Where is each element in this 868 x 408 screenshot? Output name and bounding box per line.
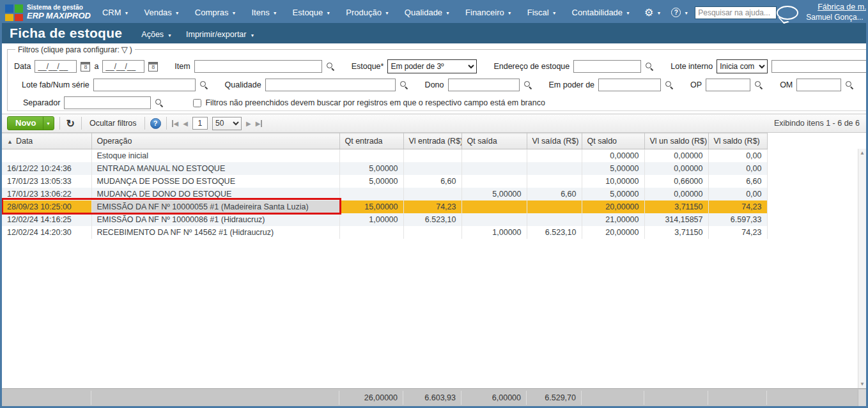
op-input[interactable]	[706, 79, 750, 91]
chat-icon[interactable]	[777, 6, 798, 20]
grid-cell[interactable]: 5,00000	[582, 162, 644, 175]
column-header-vl-entrada-r-[interactable]: Vl entrada (R$)	[403, 133, 461, 149]
user-menu[interactable]: Samuel Gonça... ▼	[806, 13, 868, 22]
qualidade-input[interactable]	[265, 79, 396, 91]
refresh-icon[interactable]: ↻	[65, 117, 76, 130]
grid-cell[interactable]	[461, 213, 527, 226]
grid-cell[interactable]: 0,00	[708, 188, 767, 200]
em-poder-de-input[interactable]	[598, 79, 661, 91]
grid-cell[interactable]: 21,00000	[582, 213, 644, 226]
menu-item-itens[interactable]: Itens▼	[251, 8, 277, 17]
next-page-button[interactable]: ▶	[246, 120, 251, 127]
scroll-down-icon[interactable]: ▼	[860, 381, 865, 387]
menu-item-fiscal[interactable]: Fiscal▼	[527, 8, 557, 17]
grid-cell[interactable]: 5,00000	[339, 162, 403, 175]
grid-cell[interactable]: 6.523,10	[403, 213, 461, 226]
help-search-input[interactable]	[695, 6, 777, 19]
grid-cell[interactable]: 16/12/22 10:24:36	[2, 162, 91, 175]
calendar-icon[interactable]	[81, 62, 90, 72]
grid-cell[interactable]: 28/09/23 10:25:00	[2, 200, 91, 213]
grid-cell[interactable]: 6,60	[403, 175, 461, 188]
om-input[interactable]	[796, 79, 841, 91]
menu-item-crm[interactable]: CRM▼	[102, 8, 129, 17]
grid-cell[interactable]: 5,00000	[461, 188, 527, 200]
search-icon[interactable]	[754, 80, 763, 89]
column-header-vl-sa-da-r-[interactable]: Vl saída (R$)	[527, 133, 582, 149]
new-button[interactable]: Novo ▼	[7, 116, 54, 130]
grid-cell[interactable]: 74,23	[708, 226, 767, 239]
grid-cell[interactable]: 17/01/23 13:06:22	[2, 188, 91, 200]
column-header-qt-saldo[interactable]: Qt saldo	[582, 133, 644, 149]
page-size-select[interactable]: 50	[212, 117, 242, 130]
grid-cell[interactable]: 5,00000	[339, 175, 403, 188]
separador-input[interactable]	[64, 96, 151, 109]
help-icon[interactable]: ?	[150, 118, 161, 129]
grid-cell[interactable]: 6,60	[527, 188, 582, 200]
grid-cell[interactable]	[527, 162, 582, 175]
table-row[interactable]: 17/01/23 13:05:33MUDANÇA DE POSSE DO EST…	[2, 175, 767, 188]
grid-cell[interactable]	[403, 149, 461, 162]
date-from-input[interactable]	[35, 60, 77, 73]
grid-cell[interactable]	[527, 200, 582, 213]
grid-cell[interactable]: 6,60	[708, 175, 767, 188]
endereco-estoque-input[interactable]	[573, 60, 641, 73]
table-row[interactable]: 16/12/22 10:24:36ENTRADA MANUAL NO ESTOQ…	[2, 162, 767, 175]
grid-cell[interactable]: MUDANÇA DE POSSE DO ESTOQUE	[91, 175, 339, 188]
scroll-up-icon[interactable]: ▲	[860, 150, 865, 156]
grid-cell[interactable]	[527, 213, 582, 226]
grid-cell[interactable]: 3,71150	[644, 226, 708, 239]
grid-cell[interactable]: 0,00000	[644, 149, 708, 162]
search-icon[interactable]	[155, 98, 164, 107]
menu-item-contabilidade[interactable]: Contabilidade▼	[572, 8, 630, 17]
column-header-qt-entrada[interactable]: Qt entrada	[339, 133, 403, 149]
grid-cell[interactable]	[2, 149, 91, 162]
menu-item-financeiro[interactable]: Financeiro▼	[465, 8, 512, 17]
column-header-opera-o[interactable]: Operação	[91, 133, 339, 149]
grid-cell[interactable]	[339, 226, 403, 239]
search-icon[interactable]	[399, 80, 408, 89]
grid-cell[interactable]: 6.597,33	[708, 213, 767, 226]
grid-cell[interactable]	[403, 162, 461, 175]
grid-cell[interactable]: 74,23	[708, 200, 767, 213]
grid-cell[interactable]: 0,66000	[644, 175, 708, 188]
dono-input[interactable]	[448, 79, 520, 91]
menu-item-qualidade[interactable]: Qualidade▼	[405, 8, 450, 17]
grid-cell[interactable]: 0,00000	[644, 188, 708, 200]
lote-fab-input[interactable]	[93, 79, 196, 91]
grid-cell[interactable]	[461, 175, 527, 188]
estoque-select[interactable]: Em poder de 3º	[387, 59, 477, 73]
grid-cell[interactable]: RECEBIMENTO DA NF Nº 14562 #1 (Hidraucru…	[91, 226, 339, 239]
grid-cell[interactable]: 15,00000	[339, 200, 403, 213]
grid-cell[interactable]: 6.523,10	[527, 226, 582, 239]
grid-cell[interactable]	[461, 200, 527, 213]
grid-cell[interactable]: 0,00	[708, 149, 767, 162]
company-link[interactable]: Fábrica de m...	[806, 3, 868, 13]
date-to-input[interactable]	[102, 60, 144, 73]
maxiprod-logo-icon[interactable]	[5, 4, 23, 21]
grid-cell[interactable]	[527, 149, 582, 162]
grid-cell[interactable]: ENTRADA MANUAL NO ESTOQUE	[91, 162, 339, 175]
grid-cell[interactable]: 314,15857	[644, 213, 708, 226]
grid-cell[interactable]	[461, 162, 527, 175]
grid-cell[interactable]	[339, 149, 403, 162]
table-row[interactable]: 17/01/23 13:06:22MUDANÇA DE DONO DO ESTO…	[2, 188, 767, 200]
prev-page-button[interactable]: ◀	[183, 120, 188, 127]
imprimir-exportar-menu[interactable]: Imprimir/exportar ▼	[186, 30, 254, 39]
menu-item-producao[interactable]: Produção▼	[346, 8, 389, 17]
lote-interno-mode-select[interactable]: Inicia com	[717, 59, 768, 73]
grid-cell[interactable]	[461, 149, 527, 162]
grid-cell[interactable]: 3,71150	[644, 200, 708, 213]
lote-interno-input[interactable]	[771, 60, 868, 73]
funnel-icon[interactable]: ▽	[121, 45, 128, 54]
grid-cell[interactable]	[339, 188, 403, 200]
table-row[interactable]: 12/02/24 14:16:25EMISSÃO DA NF Nº 100000…	[2, 213, 767, 226]
grid-cell[interactable]: 0,00	[708, 162, 767, 175]
first-page-button[interactable]: ◀	[172, 120, 179, 127]
search-icon[interactable]	[665, 80, 674, 89]
grid-cell[interactable]: 20,00000	[582, 226, 644, 239]
vertical-scrollbar[interactable]: ▲ ▼	[858, 149, 866, 388]
grid-cell[interactable]: 5,00000	[582, 188, 644, 200]
page-number-input[interactable]	[192, 117, 208, 130]
grid-cell[interactable]: 17/01/23 13:05:33	[2, 175, 91, 188]
menu-item-vendas[interactable]: Vendas▼	[144, 8, 179, 17]
